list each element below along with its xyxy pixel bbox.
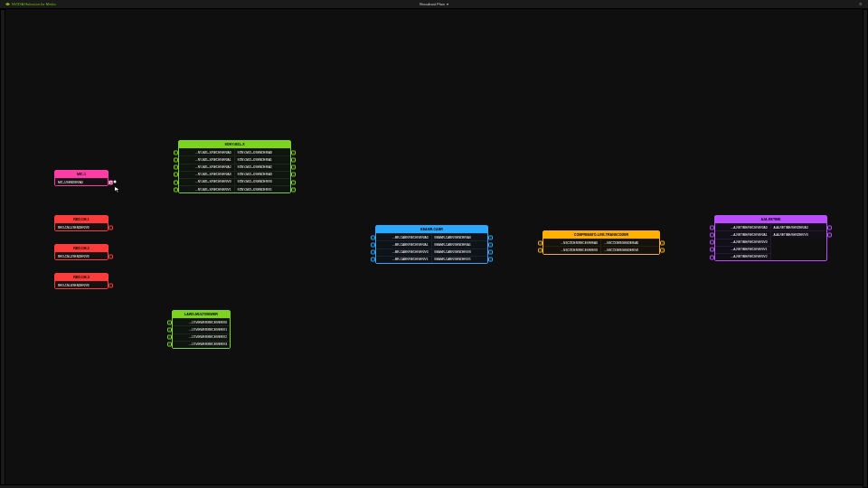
port-row: RED-CM-3/SENDER/V0 <box>55 281 108 288</box>
port-label: SONY-MZL-X/SENDER/A0 <box>238 151 272 155</box>
port-label: …A-RETIME/RECEIVER/V2 <box>731 255 767 258</box>
port-label: …LTIVIEWER/RECEIVER/V0 <box>189 321 227 324</box>
port-label: …A-RETIME/RECEIVER/V0 <box>731 240 767 244</box>
node-lawo-multiviewer[interactable]: LAWO-MULTIVIEWER …LTIVIEWER/RECEIVER/V0 … <box>172 310 231 349</box>
port-row: RED-CM-2/SENDER/V0 <box>55 252 108 259</box>
port-label: …LTIVIEWER/RECEIVER/V1 <box>189 328 227 332</box>
settings-button[interactable]: ⚙ <box>859 2 863 6</box>
node-header: BEAMR-CABR <box>376 226 487 233</box>
port-label: …LTIVIEWER/RECEIVER/V3 <box>189 343 227 346</box>
port-label: …MR-CABR/RECEIVER/V0 <box>392 250 428 254</box>
input-port[interactable] <box>167 328 172 333</box>
port-label: …NSCODER/RECEIVER/V0 <box>561 249 598 252</box>
port-label: SONY-MZL-X/SENDER/A3 <box>238 173 272 176</box>
port-label: …A-RETIME/RECEIVER/A1 <box>731 233 767 237</box>
output-port[interactable] <box>827 225 832 230</box>
port-row: RED-CM-1/SENDER/V0 <box>55 223 108 230</box>
input-port[interactable] <box>371 243 375 248</box>
node-header: RED-CM-3 <box>55 274 108 281</box>
output-port[interactable] <box>291 173 296 177</box>
port-label: …MR-CABR/RECEIVER/A0 <box>392 236 428 239</box>
output-port[interactable] <box>488 258 493 262</box>
input-port[interactable] <box>167 343 172 347</box>
port-label: BEAMR-CABR/SENDER/V1 <box>435 258 471 261</box>
node-header: RED-CM-1 <box>55 216 108 223</box>
port-label: BEAMR-CABR/SENDER/A0 <box>435 236 471 239</box>
node-red-cm-3[interactable]: RED-CM-3 RED-CM-3/SENDER/V0 <box>54 273 108 289</box>
input-port[interactable] <box>710 248 714 252</box>
output-port[interactable] <box>108 254 113 258</box>
port-label: MIC-1/SENDER/A0 <box>58 181 83 184</box>
port-label: BEAMR-CABR/SENDER/A1 <box>435 243 471 247</box>
input-port[interactable] <box>174 180 178 184</box>
output-port[interactable] <box>660 249 665 253</box>
port-label: …NSCODER/SENDER/A0 <box>604 241 638 245</box>
input-port[interactable] <box>371 258 375 262</box>
input-port[interactable] <box>371 250 375 255</box>
input-port[interactable] <box>710 233 714 238</box>
port-label: …NSCODER/RECEIVER/A0 <box>561 241 598 245</box>
node-header: LAWO-MULTIVIEWER <box>173 311 230 318</box>
output-port[interactable] <box>291 158 296 163</box>
port-label: …NSCODER/SENDER/V0 <box>604 249 638 252</box>
output-port[interactable] <box>291 165 296 170</box>
node-beamr-cabr[interactable]: BEAMR-CABR …MR-CABR/RECEIVER/A0 …MR-CABR… <box>375 225 488 264</box>
node-aja-retime[interactable]: AJA-RETIME …A-RETIME/RECEIVER/A0 …A-RETI… <box>714 215 827 261</box>
output-port[interactable] <box>108 225 113 230</box>
gear-icon: ⚙ <box>859 2 863 6</box>
input-port[interactable] <box>710 240 714 245</box>
input-port[interactable] <box>710 225 714 230</box>
port-label: SONY-MZL-X/SENDER/A1 <box>238 158 272 162</box>
input-port[interactable] <box>174 158 178 163</box>
output-port[interactable] <box>488 243 493 248</box>
output-port[interactable] <box>488 235 493 239</box>
node-header: RED-CM-2 <box>55 245 108 252</box>
input-port[interactable] <box>167 335 172 340</box>
node-red-cm-1[interactable]: RED-CM-1 RED-CM-1/SENDER/V0 <box>54 215 108 231</box>
cursor-icon <box>115 180 120 185</box>
input-port[interactable] <box>174 165 178 170</box>
node-comprimato-transcoder[interactable]: COMPRIMATO-LIVE-TRANSCODER …NSCODER/RECE… <box>542 230 660 255</box>
node-mic-1[interactable]: MIC-1 MIC-1/SENDER/A0 <box>54 170 108 186</box>
topbar: NVIDIA Holoscan for Media Broadcast Flow… <box>0 0 868 9</box>
input-port[interactable] <box>371 235 375 239</box>
input-port[interactable] <box>538 249 542 253</box>
input-port[interactable] <box>710 255 714 259</box>
output-port[interactable] <box>827 233 832 238</box>
brand-text: NVIDIA Holoscan for Media <box>12 2 56 6</box>
port-label: AJA-RETIME/SENDER/A0 <box>774 226 808 230</box>
port-label: …NY-MZL-X/RECEIVER/V1 <box>195 188 231 192</box>
port-label: …A-RETIME/RECEIVER/V1 <box>731 248 767 251</box>
port-label: RED-CM-2/SENDER/V0 <box>58 255 90 258</box>
port-label: RED-CM-1/SENDER/V0 <box>58 226 90 230</box>
node-red-cm-2[interactable]: RED-CM-2 RED-CM-2/SENDER/V0 <box>54 244 108 260</box>
output-port[interactable] <box>108 180 113 184</box>
port-label: …NY-MZL-X/RECEIVER/A2 <box>195 165 231 169</box>
port-label: …NY-MZL-X/RECEIVER/A3 <box>195 173 231 176</box>
port-label: …LTIVIEWER/RECEIVER/V2 <box>189 335 227 339</box>
output-port[interactable] <box>488 250 493 255</box>
port-label: SONY-MZL-X/SENDER/A2 <box>238 165 272 169</box>
node-header: SONY-MZL-X <box>179 141 290 148</box>
port-label: SONY-MZL-X/SENDER/V1 <box>238 188 272 192</box>
input-port[interactable] <box>174 150 178 155</box>
graph-canvas[interactable]: MIC-1 MIC-1/SENDER/A0 RED-CM-1 RED-CM-1/… <box>0 9 868 488</box>
node-header: AJA-RETIME <box>715 216 826 223</box>
output-port[interactable] <box>291 150 296 155</box>
input-port[interactable] <box>174 187 178 192</box>
output-port[interactable] <box>291 187 296 192</box>
port-label: …MR-CABR/RECEIVER/V1 <box>392 258 428 261</box>
input-port[interactable] <box>167 320 172 324</box>
input-port[interactable] <box>538 240 542 245</box>
input-port[interactable] <box>174 173 178 177</box>
flow-title-dropdown[interactable]: Broadcast Flow ▾ <box>420 2 448 6</box>
port-label: RED-CM-3/SENDER/V0 <box>58 284 90 287</box>
port-label: SONY-MZL-X/SENDER/V0 <box>238 180 272 183</box>
output-port[interactable] <box>291 180 296 184</box>
output-port[interactable] <box>108 283 113 287</box>
output-port[interactable] <box>660 240 665 245</box>
bottom-bar <box>0 484 868 488</box>
port-label: …NY-MZL-X/RECEIVER/A0 <box>195 151 231 155</box>
node-sony-mzl-x[interactable]: SONY-MZL-X …NY-MZL-X/RECEIVER/A0 …NY-MZL… <box>178 140 291 193</box>
node-header: COMPRIMATO-LIVE-TRANSCODER <box>543 231 659 239</box>
